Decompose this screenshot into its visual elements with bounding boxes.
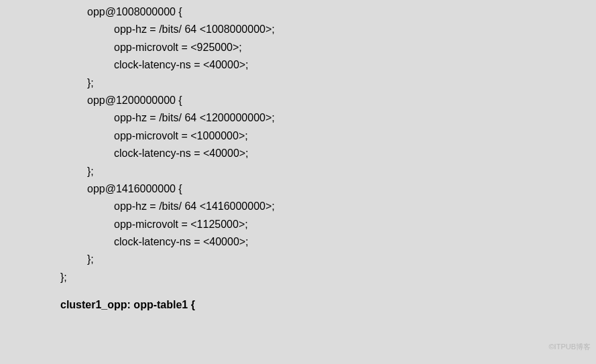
outer-close: }; [0, 269, 596, 286]
opp-block1-hz: opp-hz = /bits/ 64 <1008000000>; [0, 21, 596, 38]
opp-block2-hz: opp-hz = /bits/ 64 <1200000000>; [0, 109, 596, 127]
watermark: ©ITPUB博客 [549, 342, 591, 352]
opp-block1-close: }; [0, 74, 596, 92]
blank-line [0, 286, 596, 296]
opp-block2-header: opp@1200000000 { [0, 92, 596, 109]
opp-block3-latency: clock-latency-ns = <40000>; [0, 233, 596, 251]
opp-block2-microvolt: opp-microvolt = <1000000>; [0, 127, 596, 145]
opp-block3-microvolt: opp-microvolt = <1125000>; [0, 216, 596, 233]
opp-block2-close: }; [0, 163, 596, 180]
opp-block3-header: opp@1416000000 { [0, 180, 596, 198]
opp-block1-header: opp@1008000000 { [0, 3, 596, 21]
device-tree-code: opp@1008000000 { opp-hz = /bits/ 64 <100… [0, 0, 596, 314]
opp-block1-microvolt: opp-microvolt = <925000>; [0, 39, 596, 56]
opp-block1-latency: clock-latency-ns = <40000>; [0, 56, 596, 74]
opp-block2-latency: clock-latency-ns = <40000>; [0, 145, 596, 162]
opp-block3-hz: opp-hz = /bits/ 64 <1416000000>; [0, 198, 596, 215]
opp-block3-close: }; [0, 251, 596, 268]
cluster1-header: cluster1_opp: opp-table1 { [0, 296, 596, 314]
